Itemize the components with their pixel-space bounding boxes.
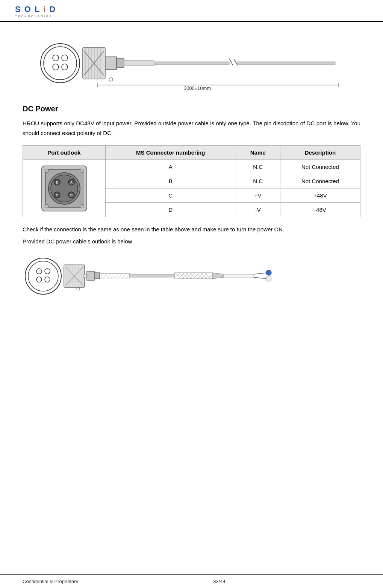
svg-rect-58 — [84, 274, 87, 277]
svg-point-44 — [28, 261, 58, 291]
svg-rect-59 — [87, 271, 94, 280]
name-D: -V — [236, 203, 280, 217]
desc-B: Not Connected — [280, 174, 360, 188]
check-text-2: Provided DC power cable's outlook is bel… — [23, 237, 360, 246]
footer-confidential: Confidential & Proprietary — [23, 579, 78, 584]
check-text-1: Check if the connection is the same as o… — [23, 225, 360, 234]
svg-rect-19 — [154, 62, 229, 65]
top-diagram: 3000±10mm — [23, 33, 360, 93]
col-header-port-outlook: Port outlook — [23, 146, 106, 160]
svg-rect-22 — [238, 62, 335, 65]
svg-line-65 — [107, 273, 111, 278]
logo-technologies: TECHNOLOGIES — [15, 15, 53, 18]
connector-B: B — [106, 174, 236, 188]
name-A: N.C — [236, 160, 280, 174]
svg-point-42 — [80, 204, 84, 208]
svg-line-66 — [111, 273, 115, 278]
port-outlook-cell: D A C B — [23, 160, 106, 217]
svg-line-64 — [103, 273, 107, 278]
svg-point-4 — [53, 64, 59, 70]
svg-point-97 — [266, 276, 271, 281]
svg-point-3 — [62, 55, 68, 61]
svg-rect-93 — [224, 274, 254, 277]
desc-D: -48V — [280, 203, 360, 217]
svg-rect-18 — [124, 61, 154, 66]
svg-marker-92 — [212, 273, 224, 279]
svg-text:A: A — [70, 181, 73, 184]
connector-A: A — [106, 160, 236, 174]
col-header-ms-connector: MS Connector numbering — [106, 146, 236, 160]
svg-rect-60 — [94, 273, 100, 279]
svg-rect-72 — [175, 273, 212, 279]
name-B: N.C — [236, 174, 280, 188]
svg-line-70 — [126, 273, 130, 278]
connector-D: D — [106, 203, 236, 217]
svg-point-47 — [36, 277, 42, 282]
svg-text:D: D — [56, 181, 58, 184]
svg-point-17 — [109, 77, 113, 81]
desc-C: +48V — [280, 188, 360, 203]
svg-line-21 — [234, 59, 238, 65]
svg-point-45 — [36, 269, 42, 274]
page-footer: Confidential & Proprietary 33/44 — [0, 574, 383, 588]
svg-point-46 — [45, 269, 50, 274]
svg-rect-16 — [117, 59, 124, 68]
table-row: D A C B — [23, 160, 360, 174]
svg-text:C: C — [56, 193, 58, 197]
svg-point-48 — [45, 277, 50, 282]
svg-line-20 — [229, 59, 233, 65]
svg-point-96 — [266, 270, 271, 275]
main-content: 3000±10mm DC Power HROU supports only DC… — [0, 22, 383, 329]
logo-solid: S O L i D — [15, 5, 56, 14]
svg-text:3000±10mm: 3000±10mm — [183, 85, 210, 91]
connector-table: Port outlook MS Connector numbering Name… — [23, 145, 360, 217]
svg-line-69 — [122, 273, 126, 278]
svg-point-30 — [51, 175, 78, 202]
svg-line-67 — [115, 273, 118, 278]
logo: S O L i D TECHNOLOGIES — [15, 5, 56, 18]
desc-A: Not Connected — [280, 160, 360, 174]
svg-point-1 — [44, 47, 77, 80]
section-title: DC Power — [23, 105, 360, 113]
svg-line-68 — [118, 273, 122, 278]
cable-diagram — [23, 254, 360, 299]
svg-text:B: B — [70, 193, 73, 197]
svg-point-41 — [45, 204, 48, 208]
svg-point-0 — [41, 44, 80, 83]
svg-line-82 — [209, 274, 212, 279]
footer-page-number: 33/44 — [213, 579, 226, 584]
col-header-description: Description — [280, 146, 360, 160]
svg-line-94 — [254, 273, 267, 274]
connector-C: C — [106, 188, 236, 203]
name-C: +V — [236, 188, 280, 203]
svg-point-2 — [53, 55, 59, 61]
svg-point-43 — [25, 258, 61, 294]
svg-rect-15 — [105, 57, 117, 70]
body-text-1: HROU supports only DC48V of input power.… — [23, 119, 360, 138]
col-header-name: Name — [236, 146, 280, 160]
svg-line-63 — [100, 273, 103, 278]
svg-point-5 — [62, 64, 68, 70]
svg-rect-71 — [130, 274, 175, 277]
svg-point-39 — [45, 169, 48, 173]
svg-point-40 — [80, 169, 84, 173]
page-header: S O L i D TECHNOLOGIES — [0, 0, 383, 22]
svg-line-95 — [254, 277, 267, 279]
